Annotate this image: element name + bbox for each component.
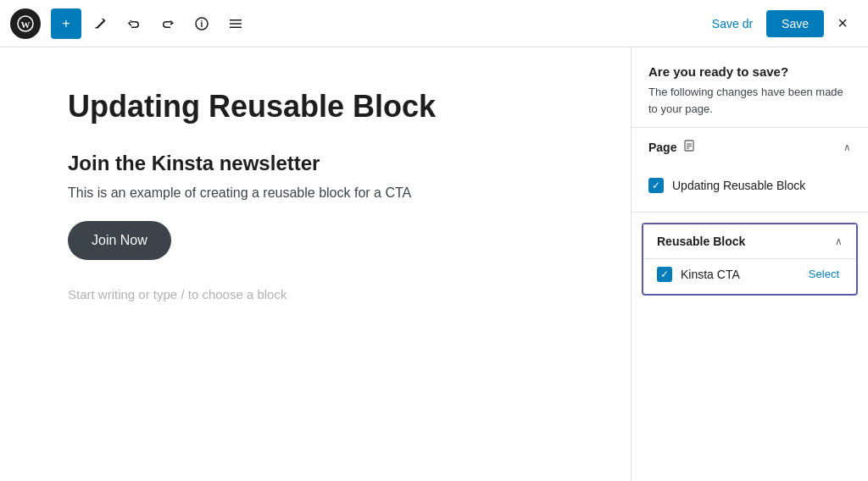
page-icon (683, 140, 695, 154)
reusable-item-row: ✓ Kinsta CTA Select (657, 266, 843, 282)
block-text: This is an example of creating a reusabl… (68, 185, 563, 201)
page-section-chevron-icon: ∧ (843, 141, 851, 153)
page-section: Page ∧ ✓ (632, 128, 868, 213)
block-heading: Join the Kinsta newsletter (68, 152, 563, 175)
svg-text:i: i (201, 19, 203, 29)
info-button[interactable]: i (186, 8, 217, 39)
add-block-button[interactable]: + (51, 8, 81, 39)
redo-button[interactable] (153, 8, 183, 39)
sidebar-header: Are you ready to save? The following cha… (632, 47, 868, 128)
page-checkbox[interactable]: ✓ (648, 178, 664, 193)
reusable-section-title: Reusable Block (657, 235, 745, 248)
edit-tool-button[interactable] (85, 8, 115, 39)
page-item-label: Updating Reusable Block (672, 179, 805, 192)
svg-rect-4 (230, 19, 242, 21)
ready-title: Are you ready to save? (648, 64, 851, 79)
wp-logo-icon[interactable]: W (10, 8, 41, 39)
reusable-item-label: Kinsta CTA (681, 268, 797, 281)
page-item-row: ✓ Updating Reusable Block (648, 173, 851, 198)
toolbar: W + i Save dr Save × (0, 0, 868, 47)
reusable-checkbox[interactable]: ✓ (657, 267, 672, 282)
close-button[interactable]: × (827, 8, 858, 39)
reusable-section-content: ✓ Kinsta CTA Select (643, 258, 856, 294)
main-area: Updating Reusable Block Join the Kinsta … (0, 47, 868, 481)
svg-rect-6 (230, 26, 242, 28)
select-button[interactable]: Select (805, 266, 843, 282)
ready-subtitle: The following changes have been made to … (648, 84, 851, 117)
reusable-checkmark-icon: ✓ (660, 268, 669, 280)
post-title: Updating Reusable Block (68, 88, 563, 124)
save-button[interactable]: Save (766, 10, 824, 37)
menu-button[interactable] (220, 8, 251, 39)
reusable-section-chevron-icon: ∧ (835, 235, 843, 247)
editor-placeholder[interactable]: Start writing or type / to choose a bloc… (68, 287, 563, 301)
checkmark-icon: ✓ (652, 180, 660, 191)
save-sidebar: Are you ready to save? The following cha… (631, 47, 868, 481)
reusable-section-header[interactable]: Reusable Block ∧ (643, 224, 856, 258)
save-draft-button[interactable]: Save dr (702, 10, 763, 37)
undo-button[interactable] (119, 8, 149, 39)
page-section-header[interactable]: Page ∧ (632, 128, 868, 166)
page-section-title-group: Page (648, 140, 695, 154)
editor-area: Updating Reusable Block Join the Kinsta … (0, 47, 631, 481)
join-now-button[interactable]: Join Now (68, 221, 171, 260)
svg-rect-5 (230, 23, 242, 25)
svg-text:W: W (21, 19, 31, 29)
page-section-content: ✓ Updating Reusable Block (632, 166, 868, 212)
page-section-label: Page (648, 141, 676, 154)
reusable-block-section: Reusable Block ∧ ✓ Kinsta CTA Select (642, 223, 858, 296)
